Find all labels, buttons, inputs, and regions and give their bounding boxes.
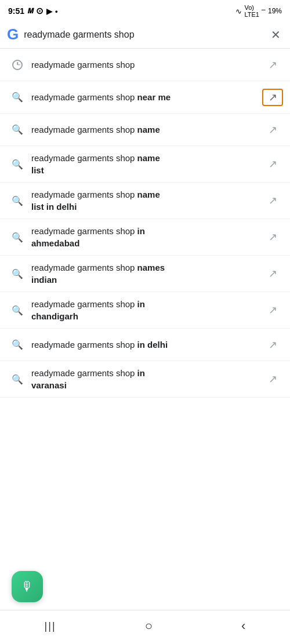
search-icon-10: 🔍 — [7, 374, 28, 385]
status-bar-left: 9:51 𝙈 ⊙ ▶ • — [8, 6, 58, 16]
dot-indicator: • — [55, 7, 58, 16]
suggestion-item-10[interactable]: 🔍 readymade garments shop invaranasi ↗ — [0, 361, 290, 398]
suggestion-text-8: readymade garments shop inchandigarh — [28, 298, 262, 322]
battery-display: 19% — [268, 7, 282, 15]
wifi-icon: ∿ — [235, 7, 242, 16]
search-icon-8: 🔍 — [7, 305, 28, 316]
suggestion-arrow-8[interactable]: ↗ — [262, 304, 283, 316]
search-icon-2: 🔍 — [7, 92, 28, 103]
suggestion-arrow-7[interactable]: ↗ — [262, 267, 283, 280]
suggestion-text-10: readymade garments shop invaranasi — [28, 367, 262, 391]
suggestion-arrow-3[interactable]: ↗ — [262, 123, 283, 136]
floating-app-button[interactable]: 🎙 — [12, 571, 43, 602]
signal-bars-icon: ⎻ — [262, 8, 266, 14]
suggestion-item-4[interactable]: 🔍 readymade garments shop namelist ↗ — [0, 146, 290, 183]
search-icon-7: 🔍 — [7, 268, 28, 279]
whatsapp-icon: ⊙ — [36, 6, 44, 16]
nav-home-button[interactable]: ○ — [133, 616, 164, 636]
youtube-icon: ▶ — [46, 7, 52, 16]
status-bar-right: ∿ Vo)LTE1 ⎻ 19% — [235, 4, 282, 18]
status-bar: 9:51 𝙈 ⊙ ▶ • ∿ Vo)LTE1 ⎻ 19% — [0, 0, 290, 21]
suggestion-text-4: readymade garments shop namelist — [28, 152, 262, 176]
suggestion-text-3: readymade garments shop name — [28, 123, 262, 136]
suggestion-item-6[interactable]: 🔍 readymade garments shop inahmedabad ↗ — [0, 219, 290, 256]
carrier-icon: 𝙈 — [27, 6, 33, 16]
suggestion-text-7: readymade garments shop namesindian — [28, 261, 262, 286]
nav-back-button[interactable]: ‹ — [230, 616, 257, 636]
suggestion-arrow-9[interactable]: ↗ — [262, 339, 283, 351]
suggestion-text-5: readymade garments shop namelist in delh… — [28, 188, 262, 213]
suggestion-text-1: readymade garments shop — [28, 59, 262, 71]
history-icon — [7, 60, 28, 70]
suggestion-item-7[interactable]: 🔍 readymade garments shop namesindian ↗ — [0, 256, 290, 292]
suggestion-arrow-5[interactable]: ↗ — [262, 194, 283, 207]
search-icon-6: 🔍 — [7, 232, 28, 243]
bottom-nav: ||| ○ ‹ — [0, 610, 290, 644]
search-icon-5: 🔍 — [7, 195, 28, 206]
suggestion-text-9: readymade garments shop in delhi — [28, 339, 262, 351]
suggestion-text-6: readymade garments shop inahmedabad — [28, 225, 262, 249]
suggestion-arrow-6[interactable]: ↗ — [262, 231, 283, 243]
suggestion-arrow-2[interactable]: ↗ — [262, 89, 283, 106]
suggestion-arrow-4[interactable]: ↗ — [262, 158, 283, 170]
suggestion-arrow-10[interactable]: ↗ — [262, 373, 283, 385]
suggestion-item-3[interactable]: 🔍 readymade garments shop name ↗ — [0, 114, 290, 146]
search-icon-9: 🔍 — [7, 339, 28, 350]
time-display: 9:51 — [8, 6, 24, 16]
suggestion-item-9[interactable]: 🔍 readymade garments shop in delhi ↗ — [0, 329, 290, 361]
search-icon-4: 🔍 — [7, 159, 28, 170]
suggestion-item-1[interactable]: readymade garments shop ↗ — [0, 49, 290, 81]
suggestion-item-5[interactable]: 🔍 readymade garments shop namelist in de… — [0, 183, 290, 219]
suggestion-arrow-1[interactable]: ↗ — [262, 59, 283, 71]
nav-recent-button[interactable]: ||| — [33, 618, 68, 635]
clear-search-button[interactable]: ✕ — [269, 27, 283, 43]
google-logo: G — [7, 26, 18, 43]
suggestion-item-2[interactable]: 🔍 readymade garments shop near me ↗ — [0, 81, 290, 114]
search-input[interactable] — [24, 30, 263, 40]
floating-app-icon: 🎙 — [21, 579, 34, 594]
suggestions-list: readymade garments shop ↗ 🔍 readymade ga… — [0, 49, 290, 398]
search-icon-3: 🔍 — [7, 124, 28, 135]
suggestion-text-2: readymade garments shop near me — [28, 91, 262, 103]
signal-icon: Vo)LTE1 — [244, 4, 259, 18]
suggestion-item-8[interactable]: 🔍 readymade garments shop inchandigarh ↗ — [0, 292, 290, 329]
search-bar: G ✕ — [0, 21, 290, 49]
